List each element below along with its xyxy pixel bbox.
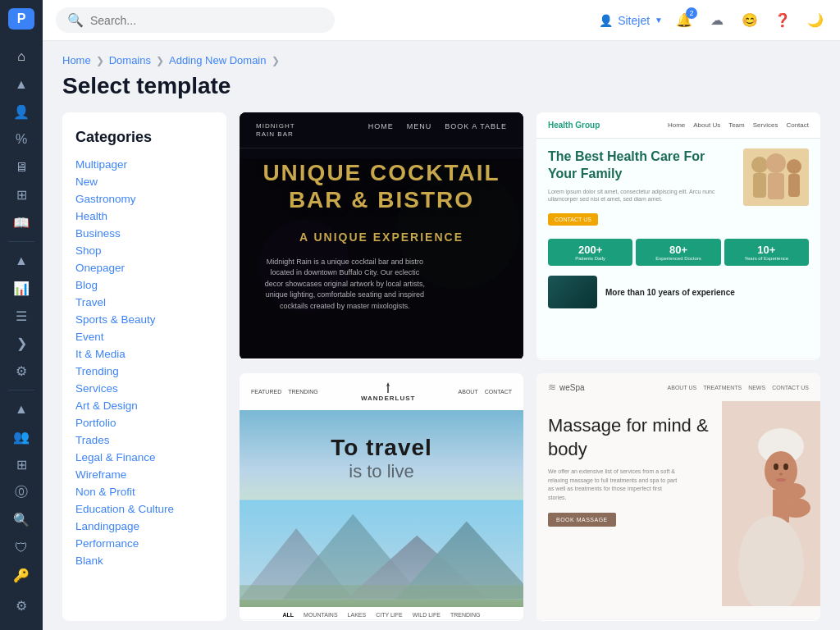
categories-title: Categories <box>75 129 213 146</box>
category-legal-finance[interactable]: Legal & Finance <box>75 449 213 466</box>
health-text: Lorem ipsum dolor sit amet, consectetur … <box>548 188 735 204</box>
sidebar-item-search[interactable]: 🔍 <box>7 508 36 532</box>
spa-nav-contact: CONTACT US <box>772 385 809 390</box>
travel-filter-all[interactable]: ALL <box>282 612 294 618</box>
category-services[interactable]: Services <box>75 380 213 397</box>
travel-filter-wild[interactable]: WILD LIFE <box>413 612 441 618</box>
travel-bottom-bar: ALL MOUNTAINS LAKES CITY LIFE WILD LIFE … <box>240 607 523 619</box>
sidebar-item-list[interactable]: ☰ <box>7 304 36 328</box>
sidebar-item-chart[interactable]: 📊 <box>7 276 36 301</box>
theme-toggle[interactable]: 🌙 <box>804 9 827 32</box>
midnight-nav-home: HOME <box>368 122 394 138</box>
search-input[interactable] <box>90 14 323 27</box>
spa-cta[interactable]: BOOK MASSAGE <box>548 513 616 527</box>
sidebar-item-arrow-right[interactable]: ❯ <box>7 331 36 356</box>
sidebar-item-key[interactable]: 🔑 <box>7 563 36 587</box>
category-health[interactable]: Health <box>75 208 213 225</box>
cloud-icon-btn[interactable]: ☁ <box>705 9 728 32</box>
sidebar-item-book[interactable]: 📖 <box>7 211 36 235</box>
sidebar-item-wordpress[interactable]: ⓪ <box>7 480 36 504</box>
category-wireframe[interactable]: Wireframe <box>75 466 213 483</box>
breadcrumb-domains[interactable]: Domains <box>109 54 151 66</box>
notification-bell[interactable]: 🔔 2 <box>673 9 696 32</box>
category-sports-beauty[interactable]: Sports & Beauty <box>75 311 213 328</box>
category-performance[interactable]: Performance <box>75 535 213 552</box>
svg-rect-2 <box>753 173 766 198</box>
category-new[interactable]: New <box>75 173 213 190</box>
main-area: 🔍 👤 Sitejet ▼ 🔔 2 ☁ 😊 ❓ 🌙 <box>43 0 840 630</box>
category-art-design[interactable]: Art & Design <box>75 397 213 414</box>
category-event[interactable]: Event <box>75 328 213 345</box>
sidebar-item-chevron-up2[interactable]: ▲ <box>7 249 36 273</box>
sidebar-item-percent[interactable]: % <box>7 127 36 152</box>
sidebar-item-grid[interactable]: ⊞ <box>7 183 36 208</box>
categories-panel: Categories Multipager New Gastronomy Hea… <box>62 112 226 621</box>
health-stat-2: 80+ Experienced Doctors <box>636 239 720 266</box>
travel-nav-right: ABOUT CONTACT <box>459 389 512 395</box>
sidebar-item-shield[interactable]: 🛡 <box>7 536 36 560</box>
category-it-media[interactable]: It & Media <box>75 345 213 363</box>
health-logo: Health Group <box>548 121 600 130</box>
svg-point-3 <box>766 153 786 173</box>
sidebar-item-monitor[interactable]: 🖥 <box>7 155 36 180</box>
sidebar-item-user[interactable]: 👤 <box>7 100 36 125</box>
wordpress-icon: ⓪ <box>15 484 28 501</box>
sidebar-item-apps[interactable]: ⊞ <box>7 453 36 477</box>
category-trending[interactable]: Trending <box>75 363 213 380</box>
notification-badge: 2 <box>686 7 697 19</box>
template-preview-health: Health Group Home About Us Team Services… <box>536 112 820 358</box>
category-gastronomy[interactable]: Gastronomy <box>75 190 213 208</box>
health-stat-1: 200+ Patients Daily <box>548 239 632 266</box>
cloud-icon: ☁ <box>710 12 724 28</box>
spa-body: Massage for mind & body We offer an exte… <box>536 401 820 606</box>
search-box[interactable]: 🔍 <box>56 7 335 33</box>
health-headline: The Best Health Care For Your Family <box>548 148 735 183</box>
spa-right <box>722 401 820 606</box>
midnight-nav-book: BOOK A TABLE <box>445 122 507 138</box>
search-icon: 🔍 <box>13 512 30 527</box>
travel-filter-trending[interactable]: TRENDING <box>450 612 481 618</box>
category-multipager[interactable]: Multipager <box>75 156 213 173</box>
health-cta[interactable]: CONTACT US <box>548 213 598 226</box>
category-business[interactable]: Business <box>75 225 213 242</box>
category-landingpage[interactable]: Landingpage <box>75 518 213 535</box>
apps-icon: ⊞ <box>16 457 27 472</box>
travel-logo-icon <box>381 381 395 395</box>
sidebar-item-settings-bottom[interactable]: ⚙ <box>7 591 36 620</box>
emoji-icon-btn[interactable]: 😊 <box>738 9 761 32</box>
category-shop[interactable]: Shop <box>75 242 213 259</box>
sidebar-item-gear[interactable]: ⚙ <box>7 359 36 384</box>
svg-point-19 <box>776 478 786 482</box>
midnight-nav: MIDNIGHT RAIN BAR HOME MENU BOOK A TABLE <box>240 112 523 148</box>
sidebar-item-users[interactable]: 👥 <box>7 425 36 450</box>
spa-nav-treatments: TREATMENTS <box>703 385 742 390</box>
health-nav: Health Group Home About Us Team Services… <box>536 112 820 139</box>
sidebar-item-home[interactable]: ⌂ <box>7 44 36 69</box>
sidebar-item-chevron-up3[interactable]: ▲ <box>7 397 36 422</box>
category-education-culture[interactable]: Education & Culture <box>75 500 213 518</box>
travel-filter-mountains[interactable]: MOUNTAINS <box>304 612 337 618</box>
health-stat-3-label: Years of Experience <box>728 256 806 261</box>
travel-filter-city[interactable]: CITY LIFE <box>376 612 403 618</box>
svg-rect-4 <box>768 173 784 199</box>
midnight-description: Midnight Rain is a unique cocktail bar a… <box>262 257 427 313</box>
spa-logo: ≋ weSpa <box>548 381 585 393</box>
category-portfolio[interactable]: Portfolio <box>75 414 213 431</box>
gear-icon: ⚙ <box>16 363 27 379</box>
help-icon-btn[interactable]: ❓ <box>771 9 794 32</box>
template-preview-spa: ≋ weSpa ABOUT US TREATMENTS NEWS CONTACT… <box>536 373 820 619</box>
topbar-user[interactable]: 👤 Sitejet ▼ <box>599 14 663 27</box>
category-blank[interactable]: Blank <box>75 552 213 569</box>
health-bottom-caption: More than 10 years of experience <box>605 287 735 298</box>
template-layout: Categories Multipager New Gastronomy Hea… <box>62 112 820 621</box>
sidebar-item-chevron-up[interactable]: ▲ <box>7 72 36 97</box>
category-non-profit[interactable]: Non & Profit <box>75 483 213 500</box>
category-onepager[interactable]: Onepager <box>75 259 213 276</box>
health-stat-2-label: Experienced Doctors <box>639 256 717 261</box>
travel-filter-lakes[interactable]: LAKES <box>348 612 367 618</box>
category-travel[interactable]: Travel <box>75 294 213 311</box>
category-blog[interactable]: Blog <box>75 276 213 294</box>
category-trades[interactable]: Trades <box>75 431 213 449</box>
breadcrumb-home[interactable]: Home <box>62 54 91 66</box>
svg-point-16 <box>774 463 778 470</box>
